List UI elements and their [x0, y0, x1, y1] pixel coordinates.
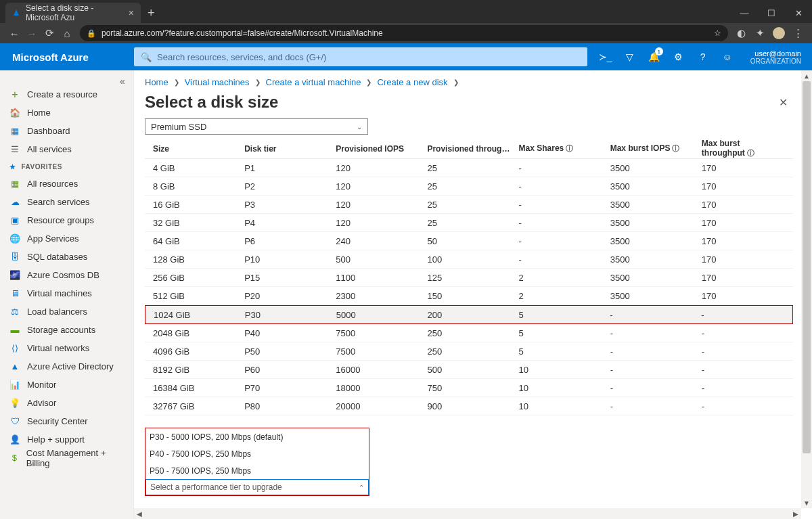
url-input[interactable]: 🔒 portal.azure.com/?feature.customportal…	[80, 25, 728, 41]
table-row[interactable]: 8 GiBP212025-3500170	[145, 177, 793, 196]
breadcrumb-home[interactable]: Home	[145, 77, 168, 87]
info-icon[interactable]: ⓘ	[672, 144, 679, 152]
shield-icon: 🛡	[9, 416, 20, 427]
back-button[interactable]: ←	[5, 24, 23, 42]
table-row[interactable]: 16384 GiBP701800075010--	[145, 379, 793, 397]
sidebar-item-sql[interactable]: 🗄SQL databases	[0, 248, 133, 266]
sidebar-item-dashboard[interactable]: ▦Dashboard	[0, 122, 133, 140]
user-name: user@domain	[750, 49, 801, 58]
sidebar-item-cost[interactable]: $Cost Management + Billing	[0, 449, 133, 467]
cell-biops: 3500	[610, 200, 702, 210]
sidebar-item-all-resources[interactable]: ▦All resources	[0, 175, 133, 193]
table-row[interactable]: 2048 GiBP4075002505--	[145, 324, 793, 342]
table-row[interactable]: 32 GiBP412025-3500170	[145, 214, 793, 232]
sidebar-item-all-services[interactable]: ☰All services	[0, 140, 133, 158]
table-row[interactable]: 8192 GiBP601600050010--	[145, 361, 793, 379]
settings-icon[interactable]: ⚙	[667, 43, 691, 70]
col-throughput[interactable]: Provisioned throug…	[427, 144, 518, 154]
vertical-scrollbar[interactable]: ▲ ▼	[801, 70, 812, 508]
sidebar-item-label: Azure Cosmos DB	[27, 270, 99, 280]
sidebar-item-label: SQL databases	[27, 252, 87, 262]
scrollbar-thumb[interactable]	[803, 81, 811, 453]
sidebar-item-security[interactable]: 🛡Security Center	[0, 412, 133, 430]
ext-icon-1[interactable]: ◐	[732, 24, 750, 42]
sidebar-item-search-services[interactable]: ☁Search services	[0, 193, 133, 211]
sidebar-item-advisor[interactable]: 💡Advisor	[0, 394, 133, 412]
browser-tab[interactable]: Select a disk size - Microsoft Azu ×	[5, 3, 141, 23]
col-size[interactable]: Size	[153, 144, 244, 154]
table-row[interactable]: 32767 GiBP802000090010--	[145, 397, 793, 415]
cell-size: 512 GiB	[153, 291, 244, 301]
sidebar-item-monitor[interactable]: 📊Monitor	[0, 376, 133, 394]
cell-shares: -	[519, 236, 610, 246]
cell-size: 2048 GiB	[153, 328, 244, 338]
col-tier[interactable]: Disk tier	[244, 144, 336, 154]
scroll-right-arrow[interactable]: ▶	[790, 508, 801, 519]
table-row[interactable]: 128 GiBP10500100-3500170	[145, 250, 793, 269]
search-input[interactable]: 🔍 Search resources, services, and docs (…	[134, 47, 587, 66]
home-button[interactable]: ⌂	[58, 24, 76, 42]
notification-badge: 1	[655, 47, 663, 55]
breadcrumb-create-disk[interactable]: Create a new disk	[377, 77, 447, 87]
cell-iops: 2300	[336, 291, 427, 301]
directory-filter-icon[interactable]: ▽	[618, 43, 642, 70]
performance-tier-dropdown[interactable]: Select a performance tier to upgrade ⌃	[145, 479, 369, 495]
star-icon[interactable]: ☆	[714, 28, 721, 38]
sidebar-item-resource-groups[interactable]: ▣Resource groups	[0, 211, 133, 229]
feedback-icon[interactable]: ☺	[715, 43, 740, 70]
perf-tier-option[interactable]: P30 - 5000 IOPS, 200 Mbps (default)	[145, 428, 369, 445]
extensions-icon[interactable]: ✦	[751, 24, 769, 42]
sidebar-item-cosmos[interactable]: 🌌Azure Cosmos DB	[0, 266, 133, 284]
sidebar-item-create[interactable]: +Create a resource	[0, 85, 133, 104]
table-row[interactable]: 4 GiBP112025-3500170	[145, 159, 793, 177]
col-iops[interactable]: Provisioned IOPS	[336, 144, 427, 154]
scroll-left-arrow[interactable]: ◀	[134, 508, 145, 519]
table-row[interactable]: 64 GiBP624050-3500170	[145, 232, 793, 250]
perf-tier-option[interactable]: P40 - 7500 IOPS, 250 Mbps	[145, 445, 369, 462]
sidebar-item-help[interactable]: 👤Help + support	[0, 430, 133, 449]
disk-type-dropdown[interactable]: Premium SSD ⌄	[145, 118, 368, 135]
tab-close-icon[interactable]: ×	[129, 7, 134, 18]
forward-button[interactable]: →	[23, 24, 41, 42]
collapse-sidebar-icon[interactable]: «	[116, 74, 129, 88]
user-menu[interactable]: user@domain ORGANIZATION	[740, 49, 812, 65]
scroll-up-arrow[interactable]: ▲	[801, 70, 812, 81]
sidebar-item-vms[interactable]: 🖥Virtual machines	[0, 284, 133, 302]
table-row[interactable]: 256 GiBP15110012523500170	[145, 269, 793, 287]
info-icon[interactable]: ⓘ	[566, 144, 573, 152]
notifications-icon[interactable]: 🔔1	[642, 43, 667, 70]
perf-tier-option[interactable]: P50 - 7500 IOPS, 250 Mbps	[145, 462, 369, 479]
table-row[interactable]: 512 GiBP20230015023500170	[145, 287, 793, 305]
cell-iops: 120	[336, 181, 427, 191]
maximize-button[interactable]: ☐	[758, 3, 785, 23]
table-row[interactable]: 4096 GiBP5075002505--	[145, 342, 793, 361]
table-row[interactable]: 1024 GiBP3050002005--	[145, 305, 793, 324]
sidebar-item-aad[interactable]: ▲Azure Active Directory	[0, 357, 133, 376]
help-icon[interactable]: ?	[691, 43, 715, 70]
profile-avatar[interactable]	[770, 24, 788, 42]
breadcrumb-create-vm[interactable]: Create a virtual machine	[266, 77, 361, 87]
minimize-button[interactable]: ―	[731, 3, 758, 23]
close-window-button[interactable]: ✕	[785, 3, 812, 23]
cell-tp: 25	[427, 218, 518, 228]
breadcrumb-vms[interactable]: Virtual machines	[185, 77, 250, 87]
close-blade-button[interactable]: ✕	[779, 96, 788, 109]
reload-button[interactable]: ⟳	[41, 24, 58, 42]
info-icon[interactable]: ⓘ	[747, 149, 754, 157]
col-shares[interactable]: Max Sharesⓘ	[519, 143, 610, 154]
sidebar-item-home[interactable]: 🏠Home	[0, 104, 133, 122]
sidebar-item-load-balancers[interactable]: ⚖Load balancers	[0, 302, 133, 321]
scroll-down-arrow[interactable]: ▼	[801, 497, 812, 508]
col-burst-iops[interactable]: Max burst IOPSⓘ	[610, 143, 702, 154]
azure-brand[interactable]: Microsoft Azure	[0, 51, 134, 63]
new-tab-button[interactable]: +	[141, 3, 162, 23]
browser-menu-icon[interactable]: ⋮	[789, 24, 807, 42]
col-burst-tp[interactable]: Max burst throughputⓘ	[702, 139, 793, 158]
list-icon: ☰	[9, 144, 20, 155]
sidebar-item-app-services[interactable]: 🌐App Services	[0, 229, 133, 248]
sidebar-item-storage[interactable]: ▬Storage accounts	[0, 321, 133, 339]
horizontal-scrollbar[interactable]: ◀ ▶	[134, 508, 801, 519]
table-row[interactable]: 16 GiBP312025-3500170	[145, 196, 793, 214]
sidebar-item-vnets[interactable]: ⟨⟩Virtual networks	[0, 339, 133, 357]
cloud-shell-icon[interactable]: ≻_	[593, 43, 618, 70]
